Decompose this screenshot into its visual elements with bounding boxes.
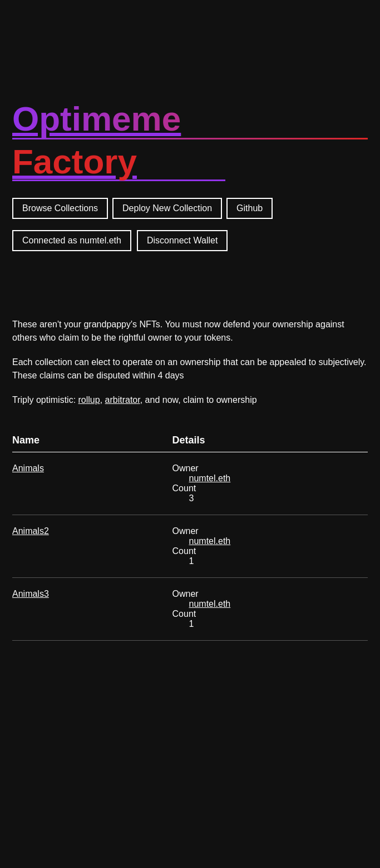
count-label: Count xyxy=(172,546,368,556)
para3-comma: , xyxy=(100,395,105,405)
collection-name-cell: Animals3 xyxy=(12,578,172,641)
collection-details-cell: Ownernumtel.ethCount1 xyxy=(172,578,368,641)
owner-value: numtel.eth xyxy=(172,473,368,483)
page-container: Optimeme Factory Browse Collections Depl… xyxy=(0,0,380,652)
owner-label: Owner xyxy=(172,589,368,599)
owner-label: Owner xyxy=(172,526,368,536)
logo-underline1 xyxy=(12,138,368,139)
collection-link[interactable]: Animals2 xyxy=(12,526,49,536)
collection-link[interactable]: Animals xyxy=(12,463,44,473)
para3-prefix: Triply optimistic: xyxy=(12,395,78,405)
collection-name-cell: Animals2 xyxy=(12,515,172,578)
github-button[interactable]: Github xyxy=(226,198,273,219)
col-details-header: Details xyxy=(172,429,368,452)
count-value: 1 xyxy=(172,619,368,629)
wallet-section: Connected as numtel.eth Disconnect Walle… xyxy=(12,230,368,251)
disconnect-wallet-button[interactable]: Disconnect Wallet xyxy=(137,230,228,251)
collection-details-cell: Ownernumtel.ethCount1 xyxy=(172,515,368,578)
logo-line1: Optimeme xyxy=(12,100,368,138)
description-section: These aren't your grandpappy's NFTs. You… xyxy=(12,318,368,407)
arbitrator-link[interactable]: arbitrator xyxy=(105,395,140,405)
collection-link[interactable]: Animals3 xyxy=(12,589,49,598)
owner-label: Owner xyxy=(172,463,368,473)
owner-value: numtel.eth xyxy=(172,536,368,546)
table-row: Animals2Ownernumtel.ethCount1 xyxy=(12,515,368,578)
logo-section: Optimeme Factory xyxy=(12,100,368,181)
collection-name-cell: Animals xyxy=(12,452,172,515)
count-value: 1 xyxy=(172,556,368,566)
nav-buttons: Browse Collections Deploy New Collection… xyxy=(12,198,368,219)
collection-details-cell: Ownernumtel.ethCount3 xyxy=(172,452,368,515)
description-para2: Each collection can elect to operate on … xyxy=(12,356,368,382)
description-para1: These aren't your grandpappy's NFTs. You… xyxy=(12,318,368,345)
rollup-link[interactable]: rollup xyxy=(78,395,100,405)
count-label: Count xyxy=(172,609,368,619)
wallet-connected-status: Connected as numtel.eth xyxy=(12,230,131,251)
count-label: Count xyxy=(172,483,368,493)
deploy-collection-button[interactable]: Deploy New Collection xyxy=(112,198,222,219)
table-row: AnimalsOwnernumtel.ethCount3 xyxy=(12,452,368,515)
col-name-header: Name xyxy=(12,429,172,452)
description-para3: Triply optimistic: rollup, arbitrator, a… xyxy=(12,393,368,407)
para3-suffix: , and now, claim to ownership xyxy=(140,395,257,405)
table-row: Animals3Ownernumtel.ethCount1 xyxy=(12,578,368,641)
collections-table: Name Details AnimalsOwnernumtel.ethCount… xyxy=(12,429,368,641)
logo-line2: Factory xyxy=(12,143,368,181)
count-value: 3 xyxy=(172,493,368,503)
owner-value: numtel.eth xyxy=(172,599,368,609)
browse-collections-button[interactable]: Browse Collections xyxy=(12,198,108,219)
